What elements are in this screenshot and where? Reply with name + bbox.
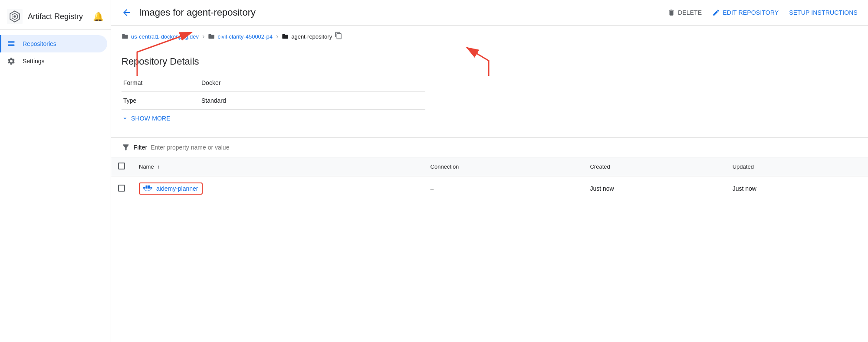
col-updated: Updated [726,157,868,176]
svg-rect-13 [146,186,148,187]
svg-rect-11 [146,187,148,189]
col-created: Created [583,157,725,176]
edit-repository-label: EDIT REPOSITORY [723,9,779,16]
back-button[interactable] [122,7,132,18]
table-row: aidemy-planner – Just now Just now [111,176,868,201]
breadcrumb: us-central1-docker.pkg.dev › civil-clari… [111,26,868,47]
svg-rect-6 [8,44,15,45]
format-label: Format [122,74,200,92]
svg-rect-5 [8,42,15,43]
copy-icon[interactable] [335,32,342,41]
col-checkbox [111,157,132,176]
filter-label: Filter [134,144,147,151]
type-label: Type [122,92,200,110]
show-more-label: SHOW MORE [131,115,171,122]
delete-label: DELETE [678,9,702,16]
sidebar-item-repositories[interactable]: Repositories [0,35,107,52]
row-checkbox[interactable] [118,185,125,192]
svg-rect-7 [8,45,15,46]
breadcrumb-current: agent-repository [282,32,342,41]
row-updated-cell: Just now [726,176,868,201]
setup-instructions-label: SETUP INSTRUCTIONS [789,9,858,16]
table-header-row: Name ↑ Connection Created Updated [111,157,868,176]
row-name-cell: aidemy-planner [132,176,424,201]
setup-instructions-button[interactable]: SETUP INSTRUCTIONS [789,9,858,16]
sidebar-settings-label: Settings [23,58,45,65]
sidebar-repositories-label: Repositories [23,40,56,47]
section-title: Repository Details [122,47,858,74]
sidebar-item-settings[interactable]: Settings [0,52,107,70]
select-all-checkbox[interactable] [118,163,125,169]
content-wrapper: Images for agent-repository DELETE EDIT … [111,0,868,342]
breadcrumb-project-link[interactable]: civil-clarity-450002-p4 [217,33,272,40]
artifact-registry-logo [7,9,23,24]
show-more-button[interactable]: SHOW MORE [122,110,171,127]
svg-rect-4 [8,41,15,42]
col-connection: Connection [424,157,583,176]
edit-repository-button[interactable]: EDIT REPOSITORY [712,9,779,16]
sidebar: Artifact Registry 🔔 Repositories Setting… [0,0,111,342]
breadcrumb-sep-2: › [276,33,278,40]
list-icon [7,39,16,48]
folder-filled-icon [282,33,289,40]
chevron-down-icon [122,115,128,122]
format-value: Docker [200,74,425,92]
sidebar-nav: Repositories Settings [0,33,111,72]
breadcrumb-registry-link[interactable]: us-central1-docker.pkg.dev [131,33,199,40]
sort-icon: ↑ [157,164,160,170]
svg-rect-10 [143,187,145,189]
gear-icon [7,57,16,65]
repository-details-section: Repository Details Format Docker Type St… [111,47,868,137]
delete-button[interactable]: DELETE [667,9,702,16]
breadcrumb-item-registry: us-central1-docker.pkg.dev [122,33,199,40]
bell-icon[interactable]: 🔔 [93,11,104,22]
image-link[interactable]: aidemy-planner [156,185,198,192]
folder-icon-2 [208,33,215,40]
breadcrumb-item-project: civil-clarity-450002-p4 [208,33,272,40]
content-header: Images for agent-repository DELETE EDIT … [111,0,868,26]
details-row-format: Format Docker [122,74,425,92]
image-name-highlight: aidemy-planner [139,182,203,195]
docker-icon [143,185,153,192]
svg-rect-14 [148,186,150,187]
filter-bar: Filter [111,137,868,157]
page-title: Images for agent-repository [139,7,661,18]
filter-input[interactable] [151,144,858,151]
sidebar-header: Artifact Registry 🔔 [0,3,111,30]
svg-rect-12 [148,187,150,189]
svg-point-3 [13,15,16,17]
images-table-wrapper: Name ↑ Connection Created Updated [111,157,868,201]
filter-icon [122,143,130,152]
breadcrumb-repo-name: agent-repository [291,33,332,40]
details-row-type: Type Standard [122,92,425,110]
row-checkbox-cell [111,176,132,201]
col-name: Name ↑ [132,157,424,176]
row-connection-cell: – [424,176,583,201]
svg-rect-15 [151,187,152,189]
breadcrumb-sep-1: › [202,33,204,40]
details-table: Format Docker Type Standard [122,74,425,110]
header-actions: DELETE EDIT REPOSITORY SETUP INSTRUCTION… [667,9,858,16]
type-value: Standard [200,92,425,110]
row-created-cell: Just now [583,176,725,201]
images-table: Name ↑ Connection Created Updated [111,157,868,201]
folder-icon [122,33,128,40]
sidebar-title: Artifact Registry [28,12,88,21]
